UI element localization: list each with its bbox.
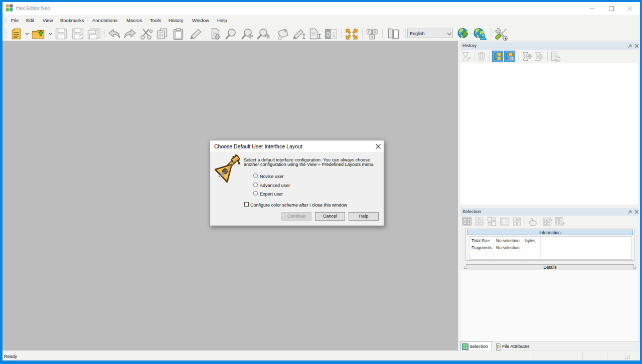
svg-text:0: 0	[327, 31, 330, 38]
svg-text:F: F	[368, 30, 371, 34]
svg-text:V: V	[371, 35, 373, 39]
svg-text:1: 1	[332, 31, 336, 38]
svg-text:G: G	[373, 30, 376, 34]
svg-text:1..F: 1..F	[502, 220, 507, 224]
